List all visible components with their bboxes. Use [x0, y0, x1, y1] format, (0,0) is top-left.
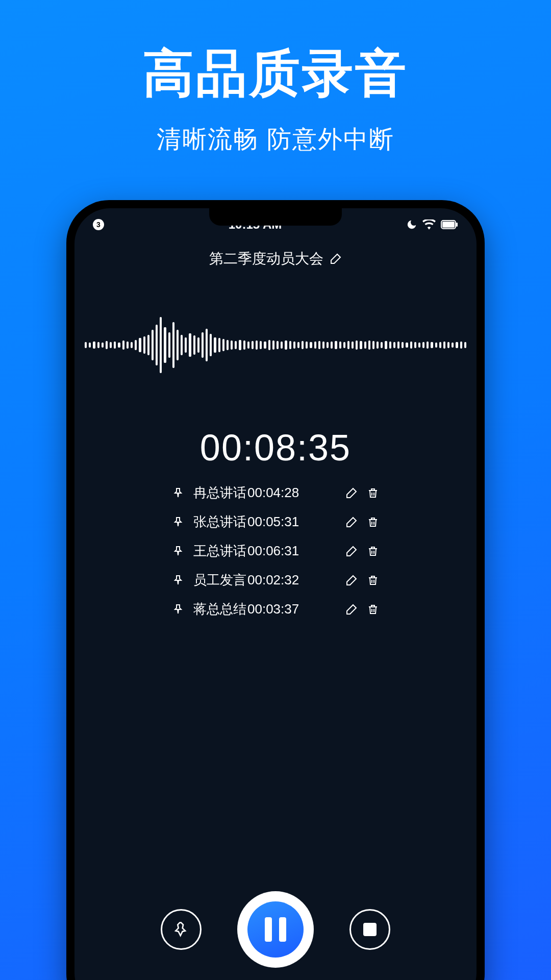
- edit-icon[interactable]: [345, 574, 358, 586]
- bookmark-label: 员工发言: [193, 571, 246, 589]
- waveform-bar: [189, 333, 191, 357]
- pin-icon[interactable]: [172, 487, 184, 499]
- trash-icon[interactable]: [367, 516, 379, 528]
- waveform-bar: [410, 341, 412, 349]
- waveform-bar: [264, 341, 266, 349]
- status-badge: 3: [93, 219, 104, 230]
- moon-icon: [406, 219, 417, 230]
- waveform-bar: [402, 342, 404, 348]
- waveform-bar: [389, 341, 391, 349]
- waveform-bar: [285, 340, 287, 350]
- bookmark-time: 00:02:32: [247, 572, 299, 588]
- trash-icon[interactable]: [367, 487, 379, 499]
- waveform-bar: [281, 341, 283, 349]
- waveform-bar: [397, 341, 399, 349]
- stop-icon: [363, 923, 377, 936]
- bookmark-label: 冉总讲话: [193, 484, 246, 502]
- waveform-bar: [414, 342, 416, 348]
- bookmark-list: 冉总讲话00:04:28 张总讲话00:05:31 王总讲话00:06:31 员…: [74, 484, 477, 618]
- waveform-bar: [222, 339, 224, 351]
- waveform-bar: [210, 334, 212, 356]
- waveform-bar: [372, 341, 374, 349]
- waveform-bar: [102, 342, 104, 348]
- waveform: [74, 294, 477, 396]
- waveform-bar: [118, 342, 120, 348]
- waveform-bar: [327, 342, 329, 348]
- edit-title-icon[interactable]: [330, 253, 342, 265]
- waveform-bar: [339, 341, 341, 349]
- waveform-bar: [252, 341, 254, 349]
- hero-title: 高品质录音: [0, 40, 551, 109]
- waveform-bar: [147, 335, 149, 355]
- bookmark-label: 张总讲话: [193, 513, 246, 531]
- waveform-bar: [135, 340, 137, 350]
- waveform-bar: [168, 332, 170, 358]
- waveform-bar: [193, 335, 195, 355]
- waveform-bar: [114, 341, 116, 349]
- waveform-bar: [418, 342, 420, 348]
- pause-bar-left: [265, 917, 272, 942]
- waveform-bar: [310, 342, 312, 348]
- waveform-bar: [152, 330, 154, 360]
- waveform-bar: [164, 327, 166, 363]
- pin-button[interactable]: [161, 909, 202, 950]
- svg-rect-2: [456, 223, 458, 227]
- waveform-bar: [202, 332, 204, 358]
- waveform-bar: [218, 338, 220, 352]
- waveform-bar: [197, 337, 199, 353]
- phone-mockup: 3 10:15 AM 第二季度动员大会 00:08:35 冉总讲话00:04:2…: [66, 200, 485, 980]
- waveform-bar: [422, 342, 424, 348]
- waveform-bar: [314, 341, 316, 349]
- waveform-bar: [364, 341, 366, 349]
- waveform-bar: [297, 342, 299, 348]
- pin-icon[interactable]: [172, 574, 184, 586]
- waveform-bar: [335, 341, 337, 349]
- waveform-bar: [143, 336, 145, 354]
- recording-title-row: 第二季度动员大会: [74, 249, 477, 268]
- bookmark-row: 冉总讲话00:04:28: [172, 484, 379, 502]
- waveform-bar: [247, 341, 249, 349]
- bookmark-time: 00:03:37: [247, 601, 299, 617]
- waveform-bar: [302, 341, 304, 349]
- waveform-bar: [131, 342, 133, 348]
- trash-icon[interactable]: [367, 574, 379, 586]
- waveform-bar: [172, 322, 174, 368]
- pin-icon[interactable]: [172, 545, 184, 557]
- waveform-bar: [435, 342, 437, 348]
- waveform-bar: [227, 340, 229, 350]
- waveform-bar: [322, 341, 324, 349]
- waveform-bar: [293, 341, 295, 349]
- waveform-bar: [464, 342, 466, 348]
- waveform-bar: [343, 342, 345, 348]
- edit-icon[interactable]: [345, 545, 358, 557]
- pin-icon[interactable]: [172, 516, 184, 528]
- edit-icon[interactable]: [345, 487, 358, 499]
- waveform-bar: [177, 330, 179, 360]
- bookmark-label: 蒋总总结: [193, 600, 246, 618]
- waveform-bar: [452, 342, 454, 348]
- waveform-bar: [272, 340, 274, 350]
- recording-title: 第二季度动员大会: [209, 249, 323, 268]
- trash-icon[interactable]: [367, 545, 379, 557]
- trash-icon[interactable]: [367, 603, 379, 616]
- bookmark-time: 00:06:31: [247, 543, 299, 559]
- waveform-bar: [260, 341, 262, 349]
- pause-button[interactable]: [237, 891, 314, 968]
- wifi-icon: [422, 219, 436, 230]
- edit-icon[interactable]: [345, 603, 358, 616]
- bookmark-label: 王总讲话: [193, 542, 246, 560]
- waveform-bar: [160, 317, 162, 373]
- waveform-bar: [447, 342, 449, 348]
- waveform-bar: [181, 335, 183, 355]
- stop-button[interactable]: [349, 909, 390, 950]
- waveform-bar: [139, 338, 141, 352]
- svg-rect-1: [442, 222, 455, 228]
- edit-icon[interactable]: [345, 516, 358, 528]
- waveform-bar: [368, 340, 370, 350]
- waveform-bar: [268, 340, 270, 350]
- pin-icon[interactable]: [172, 603, 184, 616]
- waveform-bar: [347, 341, 349, 349]
- waveform-bar: [97, 342, 99, 348]
- waveform-bar: [385, 341, 387, 349]
- pause-bar-right: [279, 917, 286, 942]
